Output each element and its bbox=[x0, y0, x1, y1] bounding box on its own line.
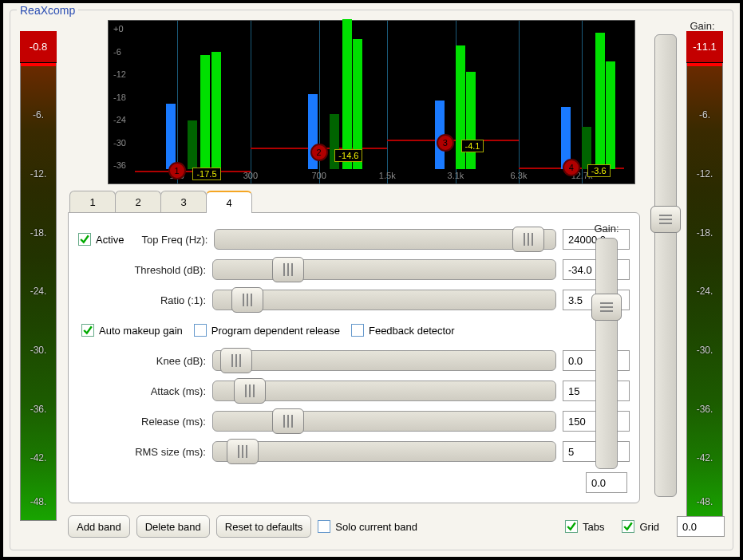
band-value-2: -14.6 bbox=[334, 149, 362, 162]
solo-checkbox[interactable]: Solo current band bbox=[318, 520, 417, 533]
active-checkbox[interactable]: Active bbox=[78, 233, 124, 246]
attack-slider[interactable] bbox=[212, 381, 556, 401]
band-node-3[interactable]: 3 bbox=[437, 134, 454, 152]
spectrum-graph[interactable]: +0 -6 -12 -18 -24 -30 -36 100 300 700 1.… bbox=[108, 20, 635, 184]
knee-slider[interactable] bbox=[212, 350, 556, 371]
band-gain-value[interactable]: 0.0 bbox=[586, 472, 627, 493]
reset-defaults-button[interactable]: Reset to defaults bbox=[216, 515, 312, 538]
add-band-button[interactable]: Add band bbox=[68, 515, 130, 538]
rms-label: RMS size (ms): bbox=[78, 446, 206, 458]
ratio-slider[interactable] bbox=[212, 290, 556, 310]
threshold-slider[interactable] bbox=[212, 259, 556, 280]
band-gain-slider[interactable] bbox=[595, 238, 618, 469]
tab-band-4[interactable]: 4 bbox=[206, 191, 252, 213]
band-value-4: -3.6 bbox=[587, 164, 611, 177]
attack-label: Attack (ms): bbox=[78, 385, 206, 397]
release-label: Release (ms): bbox=[78, 416, 206, 428]
pdr-checkbox[interactable]: Program dependent release bbox=[194, 324, 340, 337]
release-slider[interactable] bbox=[212, 411, 556, 432]
band-tabbar: 1 2 3 4 bbox=[69, 191, 640, 213]
band-node-4[interactable]: 4 bbox=[563, 159, 580, 176]
delete-band-button[interactable]: Delete band bbox=[136, 515, 210, 538]
grid-checkbox[interactable]: Grid bbox=[622, 520, 659, 533]
rms-slider[interactable] bbox=[212, 441, 556, 462]
band-value-3: -4.1 bbox=[461, 140, 484, 152]
tab-band-3[interactable]: 3 bbox=[160, 191, 207, 213]
threshold-label: Threshold (dB): bbox=[78, 264, 206, 276]
window-title: ReaXcomp bbox=[17, 4, 78, 17]
band-node-2[interactable]: 2 bbox=[310, 144, 328, 161]
topfreq-label: Top Freq (Hz): bbox=[141, 234, 207, 246]
band-panel: Active Top Freq (Hz): 24000.0 Threshold … bbox=[68, 212, 640, 503]
tab-band-1[interactable]: 1 bbox=[69, 191, 116, 213]
tabs-checkbox[interactable]: Tabs bbox=[565, 520, 604, 533]
topfreq-slider[interactable] bbox=[214, 229, 556, 250]
ratio-label: Ratio (:1): bbox=[78, 294, 206, 306]
main-gain-label: Gain: bbox=[690, 20, 714, 32]
tab-band-2[interactable]: 2 bbox=[115, 191, 161, 213]
band-gain-label: Gain: bbox=[594, 223, 619, 235]
feedback-checkbox[interactable]: Feedback detector bbox=[351, 324, 455, 337]
main-gain-slider[interactable] bbox=[654, 34, 677, 497]
auto-makeup-checkbox[interactable]: Auto makeup gain bbox=[81, 324, 183, 337]
footer-gain-value[interactable]: 0.0 bbox=[677, 516, 725, 537]
band-value-1: -17.5 bbox=[192, 168, 220, 180]
knee-label: Knee (dB): bbox=[78, 355, 206, 367]
band-node-1[interactable]: 1 bbox=[168, 162, 186, 179]
